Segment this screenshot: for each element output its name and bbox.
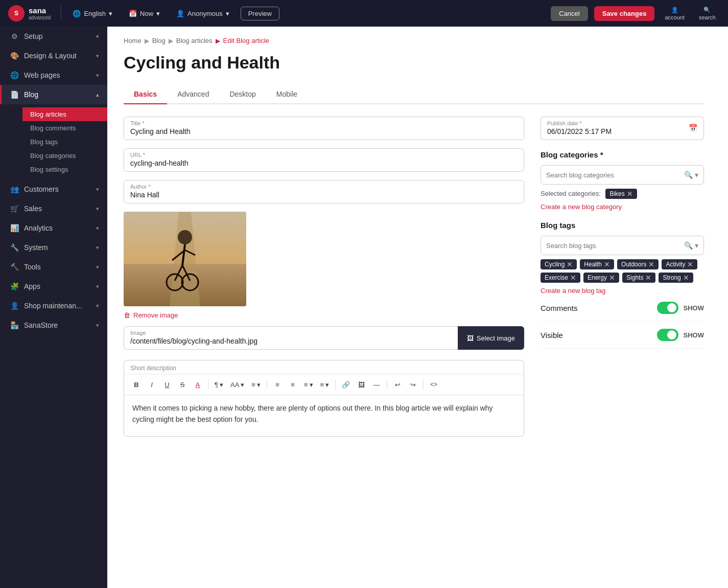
svg-point-0 [178,230,192,244]
search-button[interactable]: 🔍 search [695,5,720,22]
remove-tag-energy[interactable]: ✕ [609,274,615,281]
comments-show-label: SHOW [684,304,704,312]
short-desc-content[interactable]: When it comes to picking a new hobby, th… [124,395,524,436]
remove-tag-activity[interactable]: ✕ [687,261,693,268]
logo-name: sana [29,6,51,15]
sidebar-item-blog-categories[interactable]: Blog categories [22,149,107,163]
image-path-input[interactable] [130,337,452,345]
categories-search-input[interactable] [546,171,684,179]
sidebar-item-design[interactable]: 🎨 Design & Layout ▾ [0,46,107,65]
logo: S sana advanced [8,5,51,21]
select-image-button[interactable]: 🖼 Select image [458,326,524,350]
image-icon: 🖼 [467,334,474,342]
sidebar-item-webpages[interactable]: 🌐 Web pages ▾ [0,65,107,85]
search-icons: 🔍 ▾ [684,241,698,250]
sidebar-item-blog-settings[interactable]: Blog settings [22,163,107,176]
tab-desktop[interactable]: Desktop [219,85,266,104]
sidebar-item-apps[interactable]: 🧩 Apps ▾ [0,277,107,296]
unordered-list-button[interactable]: ≡▾ [317,380,333,390]
sidebar-item-sales[interactable]: 🛒 Sales ▾ [0,199,107,218]
breadcrumb-blog[interactable]: Blog [152,37,166,44]
paragraph-button[interactable]: ¶▾ [212,380,226,390]
preview-button[interactable]: Preview [241,7,279,20]
sidebar-item-system[interactable]: 🔧 System ▾ [0,238,107,257]
search-icons: 🔍 ▾ [684,171,698,179]
sidebar-item-analytics[interactable]: 📊 Analytics ▾ [0,218,107,238]
selected-categories-row: Selected categories: Bikes ✕ [541,189,704,199]
create-tag-link[interactable]: Create a new blog tag [541,287,704,295]
url-input[interactable] [130,159,518,167]
account-button[interactable]: 👤 account [661,5,689,22]
svg-line-1 [182,244,185,265]
sidebar-item-blog-comments[interactable]: Blog comments [22,121,107,135]
sidebar-item-sanastore[interactable]: 🏪 SanaStore ▾ [0,315,107,335]
toolbar-sep [423,379,424,390]
visible-toggle[interactable] [657,329,678,341]
tab-mobile[interactable]: Mobile [266,85,308,104]
remove-tag-strong[interactable]: ✕ [683,274,689,281]
tab-advanced[interactable]: Advanced [167,85,219,104]
remove-tag-outdoors[interactable]: ✕ [648,261,654,268]
toolbar-sep [387,379,387,390]
remove-image-button[interactable]: 🗑 Remove image [124,311,178,319]
sidebar-item-shop[interactable]: 👤 Shop maintenan... ▾ [0,296,107,315]
author-input[interactable] [130,191,518,199]
chevron-icon: ▾ [96,33,99,40]
user-selector[interactable]: 👤 Anonymous ▾ [171,7,234,20]
sidebar-item-blog-articles[interactable]: Blog articles [22,107,107,121]
strikethrough-button[interactable]: S [175,377,190,392]
remove-tag-cycling[interactable]: ✕ [567,261,573,268]
language-selector[interactable]: 🌐 English ▾ [67,7,118,20]
italic-button[interactable]: I [145,377,159,392]
undo-button[interactable]: ↩ [390,377,405,392]
sidebar-item-customers[interactable]: 👥 Customers ▾ [0,179,107,199]
bold-button[interactable]: B [129,377,144,392]
breadcrumb-sep: ▶ [145,37,149,44]
chevron-icon: ▾ [96,72,99,79]
tags-search-field[interactable]: 🔍 ▾ [541,236,704,255]
tag-chip-energy: Energy ✕ [583,273,619,283]
chevron-down-icon: ▾ [695,171,698,179]
underline-button[interactable]: U [160,377,174,392]
sidebar-item-blog-tags[interactable]: Blog tags [22,135,107,149]
sidebar-item-blog[interactable]: 📄 Blog ▴ [0,85,107,104]
visible-toggle-row: Visible SHOW [541,322,704,349]
remove-image-label: Remove image [133,311,178,319]
tab-basics[interactable]: Basics [124,85,167,104]
categories-search-field[interactable]: 🔍 ▾ [541,165,704,185]
create-category-link[interactable]: Create a new blog category [541,203,704,211]
text-color-button[interactable]: A [191,377,205,392]
tags-search-input[interactable] [546,242,684,250]
breadcrumb-articles[interactable]: Blog articles [176,37,213,44]
svg-line-5 [185,250,195,255]
cancel-button[interactable]: Cancel [551,6,588,21]
ordered-list-button[interactable]: ≡▾ [301,380,316,390]
remove-tag-health[interactable]: ✕ [604,261,610,268]
url-label: URL * [130,152,518,158]
save-button[interactable]: Save changes [594,6,655,21]
code-button[interactable]: <> [427,377,441,392]
select-image-label: Select image [477,334,515,342]
sidebar-item-setup[interactable]: ⚙ Setup ▾ [0,27,107,46]
align-left-button[interactable]: ≡ [270,377,285,392]
insert-image-button[interactable]: 🖼 [354,377,368,392]
time-selector[interactable]: 📅 Now ▾ [124,7,165,20]
image-field-row: Image 🖼 Select image [124,326,524,350]
remove-tag-sights[interactable]: ✕ [645,274,651,281]
align-button[interactable]: ≡▾ [248,380,264,390]
redo-button[interactable]: ↪ [406,377,420,392]
search-icon: 🔍 [684,241,693,250]
sidebar-item-tools[interactable]: 🔨 Tools ▾ [0,257,107,277]
breadcrumb-home[interactable]: Home [124,37,142,44]
calendar-icon[interactable]: 📅 [689,124,697,132]
font-size-button[interactable]: AA▾ [227,380,247,390]
title-input[interactable] [130,127,518,135]
divider-button[interactable]: — [369,377,384,392]
comments-toggle[interactable] [657,302,678,314]
link-button[interactable]: 🔗 [339,377,353,392]
remove-tag-exercise[interactable]: ✕ [570,274,576,281]
sales-icon: 🛒 [10,205,19,213]
publish-date-label: Publish date * [547,120,689,126]
remove-category-bikes[interactable]: ✕ [627,190,633,197]
align-center-button[interactable]: ≡ [286,377,300,392]
